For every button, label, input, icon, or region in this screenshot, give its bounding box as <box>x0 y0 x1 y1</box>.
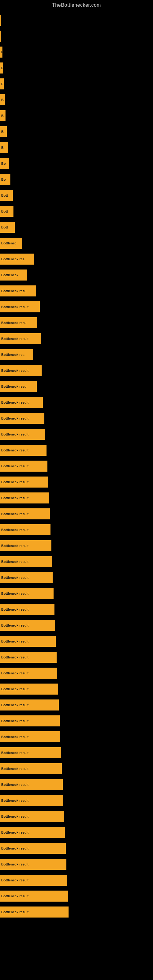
bar-label: Bottleneck result <box>1 878 29 882</box>
bar-label: Bottleneck result <box>1 687 29 691</box>
bar-row: Bottleneck result <box>0 474 153 490</box>
bar: Bottleneck result <box>0 843 66 854</box>
bar-label: Bottleneck res <box>1 257 24 261</box>
bar-row: Bottleneck result <box>0 729 153 745</box>
bar-row: E <box>0 76 153 92</box>
bar: Bottleneck result <box>0 588 54 599</box>
bar-label: Bottleneck result <box>1 464 29 468</box>
bar-row: Bottleneck result <box>0 888 153 904</box>
bar-row: Bo <box>0 156 153 172</box>
bar-row: Bottleneck <box>0 267 153 283</box>
bar: Bottleneck result <box>0 891 68 902</box>
bar: Bottleneck result <box>0 636 56 647</box>
bar: Bottleneck result <box>0 445 46 456</box>
bar-row: Bottleneck result <box>0 410 153 426</box>
bar: Bottleneck result <box>0 620 55 631</box>
bar: Bottleneck result <box>0 365 41 376</box>
bar-row: Bottleneck result <box>0 395 153 410</box>
bar-label: E <box>1 66 3 70</box>
bar-label: Bottleneck result <box>1 449 29 452</box>
bar <box>0 15 1 26</box>
bar-row: Bottleneck result <box>0 522 153 538</box>
bar-label: Bottleneck result <box>1 337 29 340</box>
bar-row: Bottleneck result <box>0 299 153 315</box>
bar-row: Bottleneck result <box>0 363 153 379</box>
bar-row: Bottleneck result <box>0 426 153 442</box>
bar-row: Bottleneck resu <box>0 283 153 299</box>
bar: Bottleneck result <box>0 492 49 503</box>
bar-row: Bottleneck result <box>0 570 153 585</box>
bar-row: Bottleneck result <box>0 442 153 458</box>
bar-row: Bott <box>0 219 153 235</box>
bar-label: Bottleneck result <box>1 703 29 707</box>
bar-row: Bottleneck result <box>0 490 153 506</box>
bar-label: Bottleneck result <box>1 830 29 834</box>
bar: Bottleneck resu <box>0 381 37 392</box>
bar: Bottleneck result <box>0 700 59 711</box>
bar-row: Bo <box>0 172 153 188</box>
bar-label: Bottleneck result <box>1 433 29 436</box>
bar-row: Bottleneck result <box>0 331 153 347</box>
bar: Bottleneck result <box>0 779 63 790</box>
bar-row: Bottleneck result <box>0 904 153 920</box>
bar: Bottleneck result <box>0 477 48 488</box>
bar-label: Bottleneck result <box>1 480 29 484</box>
bar-label: Bottleneck result <box>1 799 29 802</box>
bar: Bottleneck result <box>0 572 53 583</box>
bar-row: Bottleneck result <box>0 872 153 888</box>
bar-label: Bottleneck result <box>1 735 29 739</box>
bar-row: Bottleneck result <box>0 745 153 761</box>
bar-label: Bottleneck result <box>1 783 29 786</box>
bar: Bottleneck result <box>0 508 50 519</box>
bar-label: Bottleneck result <box>1 369 29 372</box>
site-title: TheBottlenecker.com <box>0 0 153 9</box>
bar-row: Bottleneck result <box>0 776 153 792</box>
bar-row: Bottleneck result <box>0 649 153 665</box>
bar-label: Bottleneck resu <box>1 321 27 325</box>
bar-label: Bottleneck result <box>1 640 29 643</box>
bar: Bo <box>0 174 10 185</box>
bar: Bo <box>0 158 9 169</box>
bar-label: Bottleneck res <box>1 353 24 356</box>
bar: Bott <box>0 206 13 217</box>
bar: B <box>0 94 5 105</box>
bar: Bottleneck result <box>0 524 51 535</box>
bar-row: Bottleneck result <box>0 697 153 713</box>
bar-label: Bottleneck result <box>1 719 29 723</box>
bar: B <box>0 126 7 137</box>
bar-row: E <box>0 60 153 76</box>
bar-label: Bottleneck resu <box>1 385 27 388</box>
bar-row <box>0 28 153 44</box>
bar-label: Bottleneck result <box>1 624 29 627</box>
bar-label: B <box>1 146 4 150</box>
bar: Bott <box>0 190 13 201</box>
bar: Bottleneck result <box>0 668 57 679</box>
bar-label: Bott <box>1 210 8 213</box>
bar-label: Bott <box>1 225 8 229</box>
bar-label: Bottleneck result <box>1 512 29 516</box>
bar-label: Bottleneck result <box>1 576 29 579</box>
bar: Bottleneck result <box>0 397 43 408</box>
bar-row: Bottleneck result <box>0 713 153 729</box>
bar-label: Bottleneck <box>1 273 18 277</box>
bar-row: Bottleneck result <box>0 601 153 617</box>
bar-row: Bottleneck result <box>0 506 153 522</box>
bar-row: Bottleneck result <box>0 808 153 824</box>
bar-row: Bottleneck result <box>0 681 153 697</box>
bar-label: Bottleneck result <box>1 671 29 675</box>
bar: Bottleneck result <box>0 333 41 344</box>
bar-row: Bottlenec <box>0 235 153 251</box>
bar-row: Bottleneck res <box>0 347 153 363</box>
bars-container: EEEBBBBBoBoBottBottBottBottlenecBottlene… <box>0 9 153 920</box>
bar-row: Bottleneck result <box>0 538 153 554</box>
bar: Bottleneck result <box>0 875 67 886</box>
bar: Bottleneck result <box>0 301 40 312</box>
bar: Bottleneck result <box>0 795 63 806</box>
bar-row: Bottleneck result <box>0 840 153 856</box>
bar: Bottleneck result <box>0 429 45 440</box>
bar: Bottleneck resu <box>0 285 36 296</box>
bar-row <box>0 12 153 28</box>
bar: Bottleneck result <box>0 827 65 838</box>
bar-row: B <box>0 108 153 124</box>
bar: Bottleneck result <box>0 540 51 551</box>
